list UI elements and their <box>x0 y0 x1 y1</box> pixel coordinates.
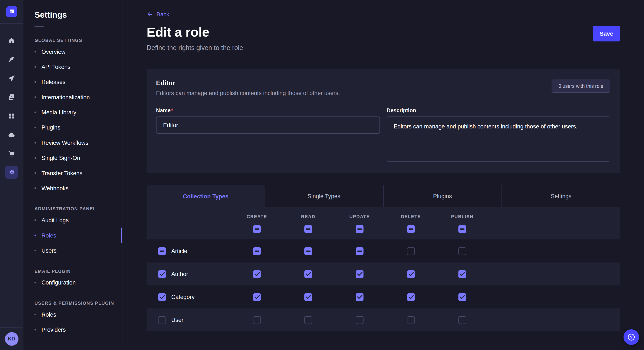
rail-cloud-button[interactable] <box>3 126 20 143</box>
sidebar-item-label: Users <box>42 247 57 254</box>
column-update: UPDATE <box>334 214 385 233</box>
page-subtitle: Define the rights given to the role <box>147 44 243 52</box>
rail-home-button[interactable] <box>3 32 20 49</box>
bullet-icon <box>34 250 36 251</box>
nav-section-administration-panel: ADMINISTRATION PANELAudit LogsRolesUsers <box>24 206 122 258</box>
sidebar-item-webhooks[interactable]: Webhooks <box>24 180 122 196</box>
author-row-checkbox[interactable] <box>158 270 166 278</box>
sidebar-item-transfer-tokens[interactable]: Transfer Tokens <box>24 165 122 180</box>
article-read-checkbox[interactable] <box>304 247 312 255</box>
layout-grid-icon <box>8 112 15 120</box>
author-delete-checkbox[interactable] <box>407 270 415 278</box>
role-details-card: Editor Editors can manage and publish co… <box>147 69 620 173</box>
tab-collection-types[interactable]: Collection Types <box>147 185 265 207</box>
permission-cell <box>282 247 334 255</box>
article-row-checkbox[interactable] <box>158 247 166 255</box>
column-label: PUBLISH <box>451 214 474 219</box>
row-label-cell: Category <box>147 293 231 301</box>
sidebar-item-label: Single Sign-On <box>42 154 80 161</box>
sidebar-item-label: Transfer Tokens <box>42 170 82 176</box>
rail-layout-grid-button[interactable] <box>3 107 20 124</box>
rail-feather-button[interactable] <box>3 51 20 68</box>
row-label: User <box>171 317 183 323</box>
user-row-checkbox[interactable] <box>158 316 166 324</box>
name-field[interactable] <box>156 117 380 134</box>
main-sidebar: KD <box>0 0 24 350</box>
sidebar-item-audit-logs[interactable]: Audit Logs <box>24 212 122 227</box>
sidebar-item-providers[interactable]: Providers <box>24 322 122 337</box>
role-description-text: Editors can manage and publish contents … <box>156 90 340 96</box>
help-button[interactable]: ? <box>624 329 639 345</box>
sidebar-item-roles[interactable]: Roles <box>24 227 122 243</box>
category-update-checkbox[interactable] <box>356 293 364 301</box>
select-all-create-checkbox[interactable] <box>253 225 261 233</box>
bullet-icon <box>34 234 36 236</box>
nav-section-label: USERS & PERMISSIONS PLUGIN <box>34 301 122 306</box>
tab-plugins[interactable]: Plugins <box>383 185 502 207</box>
row-label-cell: Author <box>147 270 231 278</box>
nav-section-email-plugin: EMAIL PLUGINConfiguration <box>24 269 122 290</box>
sidebar-item-label: Roles <box>42 311 56 318</box>
author-update-checkbox[interactable] <box>356 270 364 278</box>
author-read-checkbox[interactable] <box>304 270 312 278</box>
article-update-checkbox[interactable] <box>356 247 364 255</box>
sidebar-item-overview[interactable]: Overview <box>24 44 122 59</box>
sidebar-item-roles[interactable]: Roles <box>24 307 122 322</box>
article-publish-checkbox[interactable] <box>458 247 466 255</box>
sidebar-item-users[interactable]: Users <box>24 243 122 258</box>
article-create-checkbox[interactable] <box>253 247 261 255</box>
category-publish-checkbox[interactable] <box>458 293 466 301</box>
select-all-read-checkbox[interactable] <box>304 225 312 233</box>
user-create-checkbox[interactable] <box>253 316 261 324</box>
sidebar-item-api-tokens[interactable]: API Tokens <box>24 59 122 74</box>
category-delete-checkbox[interactable] <box>407 293 415 301</box>
sidebar-item-label: Plugins <box>42 124 60 131</box>
paper-plane-icon <box>8 74 15 82</box>
select-all-update-checkbox[interactable] <box>356 225 364 233</box>
category-read-checkbox[interactable] <box>304 293 312 301</box>
rail-paper-plane-button[interactable] <box>3 70 20 87</box>
rail-cart-button[interactable] <box>3 145 20 162</box>
column-read: READ <box>282 214 334 233</box>
cart-icon <box>8 150 15 157</box>
permission-cell <box>231 270 282 278</box>
sidebar-item-internationalization[interactable]: Internationalization <box>24 89 122 104</box>
author-create-checkbox[interactable] <box>253 270 261 278</box>
sidebar-item-plugins[interactable]: Plugins <box>24 120 122 135</box>
subnav-divider <box>34 26 44 27</box>
author-publish-checkbox[interactable] <box>458 270 466 278</box>
sidebar-item-releases[interactable]: Releases <box>24 74 122 89</box>
select-all-publish-checkbox[interactable] <box>458 225 466 233</box>
permission-cell <box>436 270 488 278</box>
column-label: UPDATE <box>349 214 370 219</box>
user-publish-checkbox[interactable] <box>458 316 466 324</box>
main-content: Back Edit a role Define the rights given… <box>122 0 644 350</box>
rail-media-library-button[interactable] <box>3 89 20 105</box>
sidebar-item-single-sign-on[interactable]: Single Sign-On <box>24 150 122 165</box>
select-all-delete-checkbox[interactable] <box>407 225 415 233</box>
rail-gear-button[interactable] <box>5 166 18 179</box>
role-card-header-text: Editor Editors can manage and publish co… <box>156 80 340 96</box>
tab-single-types[interactable]: Single Types <box>265 185 383 207</box>
name-field-label: Name* <box>156 107 380 114</box>
tab-settings[interactable]: Settings <box>502 185 620 207</box>
save-button[interactable]: Save <box>593 26 620 41</box>
user-read-checkbox[interactable] <box>304 316 312 324</box>
back-link[interactable]: Back <box>147 11 169 18</box>
category-create-checkbox[interactable] <box>253 293 261 301</box>
strapi-logo[interactable] <box>6 6 17 17</box>
bullet-icon <box>34 329 36 331</box>
bullet-icon <box>34 66 36 68</box>
category-row-checkbox[interactable] <box>158 293 166 301</box>
sidebar-item-configuration[interactable]: Configuration <box>24 275 122 290</box>
user-update-checkbox[interactable] <box>356 316 364 324</box>
avatar[interactable]: KD <box>5 332 18 346</box>
article-delete-checkbox[interactable] <box>407 247 415 255</box>
user-delete-checkbox[interactable] <box>407 316 415 324</box>
sidebar-item-label: Review Workflows <box>42 139 88 146</box>
permissions-tablist: Collection TypesSingle TypesPluginsSetti… <box>147 185 620 207</box>
back-label: Back <box>156 11 169 18</box>
description-field[interactable]: Editors can manage and publish contents … <box>387 117 610 162</box>
sidebar-item-review-workflows[interactable]: Review Workflows <box>24 135 122 150</box>
sidebar-item-media-library[interactable]: Media Library <box>24 105 122 120</box>
